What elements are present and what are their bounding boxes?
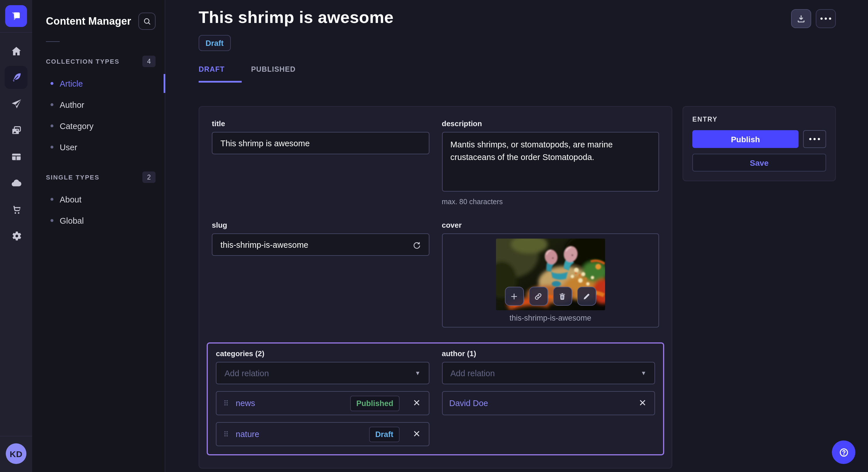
content-manager-sidebar: Content Manager COLLECTION TYPES 4 Artic… [32, 0, 165, 472]
search-button[interactable] [138, 12, 156, 30]
relation-item-news: ⠿ news Published ✕ [216, 391, 429, 415]
author-label: author (1) [442, 349, 655, 358]
slug-label: slug [212, 221, 429, 229]
remove-relation-button[interactable]: ✕ [412, 399, 422, 408]
nav-media-library-icon[interactable] [5, 119, 28, 142]
bullet-icon [51, 219, 53, 222]
version-tabs: DRAFT PUBLISHED [198, 65, 836, 82]
cover-label: cover [442, 221, 659, 229]
drag-handle-icon[interactable]: ⠿ [223, 400, 229, 407]
relation-item-nature: ⠿ nature Draft ✕ [216, 422, 429, 446]
entry-panel-title: ENTRY [692, 116, 826, 123]
regenerate-slug-button[interactable] [410, 239, 423, 251]
save-button[interactable]: Save [692, 154, 826, 171]
export-download-button[interactable] [791, 9, 811, 28]
tab-published[interactable]: PUBLISHED [251, 65, 313, 82]
bullet-icon [51, 82, 53, 85]
strapi-logo-icon [10, 10, 22, 22]
bullet-icon [51, 146, 53, 148]
tab-draft[interactable]: DRAFT [198, 65, 242, 82]
sidebar-title: Content Manager [46, 15, 131, 27]
strapi-logo[interactable] [5, 5, 27, 27]
categories-add-relation-combobox[interactable]: Add relation ▼ [216, 362, 429, 384]
link-icon [534, 292, 543, 301]
sidebar-item-category[interactable]: Category [32, 115, 165, 136]
combobox-placeholder: Add relation [224, 369, 269, 378]
add-asset-button[interactable] [505, 287, 524, 306]
pencil-icon [582, 292, 591, 301]
divider [46, 41, 60, 42]
nav-cloud-icon[interactable] [5, 171, 28, 194]
combobox-placeholder: Add relation [451, 369, 495, 378]
slug-input[interactable] [212, 233, 429, 256]
entry-panel: ENTRY Publish ●●● Save [683, 106, 836, 181]
relation-link[interactable]: nature [236, 430, 259, 439]
relation-status-badge: Published [350, 396, 400, 411]
remove-relation-button[interactable]: ✕ [638, 399, 648, 408]
sidebar-item-user[interactable]: User [32, 136, 165, 158]
relation-link[interactable]: David Doe [449, 399, 488, 408]
cover-asset-card: this-shrimp-is-awesome [442, 233, 659, 328]
field-description: description Mantis shrimps, or stomatopo… [442, 119, 659, 206]
relation-status-badge: Draft [369, 427, 400, 442]
caret-down-icon: ▼ [415, 370, 421, 376]
relations-highlight-box: categories (2) Add relation ▼ ⠿ news Pub [207, 342, 664, 456]
nav-send-icon[interactable] [5, 92, 28, 115]
sidebar-item-author[interactable]: Author [32, 94, 165, 115]
divider [0, 32, 32, 33]
field-categories: categories (2) Add relation ▼ ⠿ news Pub [216, 349, 429, 446]
refresh-icon [412, 240, 422, 250]
strapi-admin-app: KD Content Manager COLLECTION TYPES 4 Ar… [0, 0, 868, 472]
nav-content-type-builder-icon[interactable] [5, 145, 28, 168]
sidebar-item-label: Author [60, 100, 84, 109]
edit-asset-button[interactable] [577, 287, 596, 306]
drag-handle-icon[interactable]: ⠿ [223, 430, 229, 438]
sidebar-item-label: Category [60, 121, 94, 131]
more-icon: ●●● [819, 16, 833, 21]
section-label: COLLECTION TYPES [46, 58, 119, 65]
nav-marketplace-cart-icon[interactable] [5, 198, 28, 221]
relation-link[interactable]: news [236, 399, 255, 408]
title-label: title [212, 119, 429, 128]
download-icon [796, 14, 806, 24]
sidebar-item-global[interactable]: Global [32, 210, 165, 231]
sidebar-item-about[interactable]: About [32, 189, 165, 210]
page-title: This shrimp is awesome [198, 8, 394, 27]
nav-home-icon[interactable] [5, 40, 28, 63]
cover-actions-toolbar [505, 287, 596, 306]
single-types-section: SINGLE TYPES 2 About Global [32, 171, 165, 231]
cover-filename: this-shrimp-is-awesome [509, 314, 591, 322]
description-label: description [442, 119, 659, 128]
divider [0, 436, 32, 436]
more-icon: ●●● [808, 136, 822, 142]
title-input[interactable] [212, 132, 429, 154]
main-content: This shrimp is awesome ●●● Draft DRAFT P… [165, 0, 868, 472]
more-options-button[interactable]: ●●● [816, 9, 836, 28]
sidebar-item-label: Article [60, 79, 83, 88]
user-avatar[interactable]: KD [6, 443, 26, 464]
nav-settings-gear-icon[interactable] [5, 224, 28, 247]
entry-more-options-button[interactable]: ●●● [803, 130, 826, 148]
collection-types-section: COLLECTION TYPES 4 Article Author Catego… [32, 56, 165, 158]
bullet-icon [51, 103, 53, 106]
bullet-icon [51, 198, 53, 201]
field-cover: cover [442, 221, 659, 328]
caret-down-icon: ▼ [641, 370, 646, 376]
nav-content-manager-feather-icon[interactable] [5, 66, 28, 89]
sidebar-item-article[interactable]: Article [32, 73, 165, 94]
description-hint: max. 80 characters [442, 198, 659, 206]
sidebar-item-label: Global [60, 216, 84, 225]
relation-item-david-doe: David Doe ✕ [442, 391, 655, 415]
help-button[interactable] [832, 440, 856, 464]
main-nav: KD [0, 0, 32, 472]
copy-link-button[interactable] [529, 287, 548, 306]
status-badge: Draft [198, 35, 230, 51]
section-count-badge: 4 [143, 56, 156, 67]
plus-icon [510, 292, 519, 301]
author-add-relation-combobox[interactable]: Add relation ▼ [442, 362, 655, 384]
field-author: author (1) Add relation ▼ David Doe ✕ [442, 349, 655, 446]
remove-relation-button[interactable]: ✕ [412, 430, 422, 439]
description-textarea[interactable]: Mantis shrimps, or stomatopods, are mari… [442, 132, 659, 192]
delete-asset-button[interactable] [553, 287, 572, 306]
publish-button[interactable]: Publish [692, 130, 799, 148]
